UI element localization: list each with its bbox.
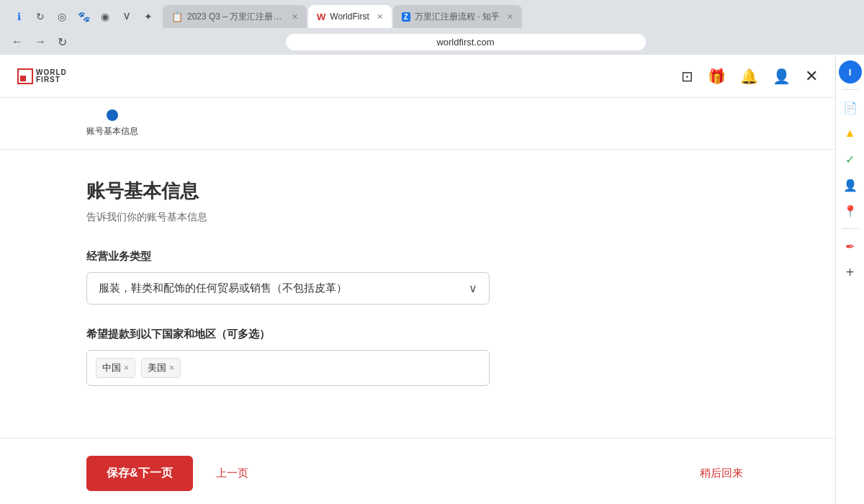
quick-icon-2[interactable]: ↻ <box>33 9 48 24</box>
address-bar: ← → ↻ <box>0 29 864 55</box>
reload-button[interactable]: ↻ <box>55 32 70 52</box>
wf-logo: WORLD FIRST <box>17 68 67 84</box>
user-icon[interactable]: 👤 <box>773 68 791 85</box>
address-input[interactable] <box>286 34 646 50</box>
sidebar-profile-icon[interactable]: I <box>839 60 862 84</box>
logo-line2: FIRST <box>36 76 67 84</box>
tab-doc-close[interactable]: ✕ <box>292 12 298 22</box>
browser-chrome: ℹ ↻ ◎ 🐾 ◉ V ✦ 📋 2023 Q3 – 万里汇注册流程.d... ✕… <box>0 0 864 55</box>
step-basic-info: 账号基本信息 <box>86 109 138 138</box>
stepper: 账号基本信息 <box>0 98 835 150</box>
logo-box-dot <box>20 76 26 81</box>
sidebar-tasks-icon[interactable]: ✓ <box>839 148 862 171</box>
wf-logo-text: WORLD FIRST <box>36 69 67 84</box>
tag-china: 中国 × <box>96 358 135 378</box>
sidebar-divider-2 <box>842 228 859 229</box>
countries-label: 希望提款到以下国家和地区（可多选） <box>86 328 749 341</box>
worldfirst-page: WORLD FIRST ⊡ 🎁 🔔 👤 ✕ 账号基本信息 账号基本信息 告诉我们… <box>0 55 835 504</box>
tag-china-text: 中国 <box>102 361 121 374</box>
bell-icon[interactable]: 🔔 <box>740 68 758 85</box>
tab-doc-label: 2023 Q3 – 万里汇注册流程.d... <box>187 11 284 23</box>
camera-icon[interactable]: ⊡ <box>681 68 693 85</box>
business-type-select[interactable]: 服装，鞋类和配饰的任何贸易或销售（不包括皮革） ∨ <box>86 272 490 305</box>
business-type-value: 服装，鞋类和配饰的任何贸易或销售（不包括皮革） <box>99 282 347 295</box>
quick-icon-5[interactable]: ◉ <box>98 9 112 24</box>
form-footer: 保存&下一页 上一页 稍后回来 <box>0 438 835 504</box>
browser-body: WORLD FIRST ⊡ 🎁 🔔 👤 ✕ 账号基本信息 账号基本信息 告诉我们… <box>0 55 864 504</box>
form-title: 账号基本信息 <box>86 179 749 204</box>
tab-zhihu-label: 万里汇注册流程 · 知乎 <box>415 11 500 23</box>
logo-box <box>17 68 33 84</box>
back-button[interactable]: ← <box>9 32 26 51</box>
step-label: 账号基本信息 <box>86 125 138 138</box>
chevron-down-icon: ∨ <box>469 282 477 295</box>
tab-worldfirst-label: WorldFirst <box>330 12 369 22</box>
quick-icon-6[interactable]: V <box>120 9 134 24</box>
sidebar-feather-icon[interactable]: ✒ <box>839 235 862 258</box>
close-button[interactable]: ✕ <box>805 67 818 86</box>
business-type-select-wrapper: 服装，鞋类和配饰的任何贸易或销售（不包括皮革） ∨ <box>86 272 749 305</box>
later-button[interactable]: 稍后回来 <box>694 456 749 490</box>
wf-header-icons: ⊡ 🎁 🔔 👤 ✕ <box>681 67 818 86</box>
sidebar-maps-icon[interactable]: 📍 <box>839 199 862 222</box>
sidebar-add-icon[interactable]: + <box>839 261 862 284</box>
tab-zhihu[interactable]: Z 万里汇注册流程 · 知乎 ✕ <box>393 5 522 28</box>
sidebar-docs-icon[interactable]: 📄 <box>839 96 862 119</box>
tag-usa-text: 美国 <box>148 361 166 374</box>
quick-icon-3[interactable]: ◎ <box>55 9 69 24</box>
sidebar-contacts-icon[interactable]: 👤 <box>839 174 862 197</box>
tag-china-close[interactable]: × <box>124 363 129 373</box>
sidebar-divider-1 <box>842 89 859 90</box>
quick-icon-4[interactable]: 🐾 <box>76 9 91 24</box>
save-next-button[interactable]: 保存&下一页 <box>86 456 193 491</box>
prev-button[interactable]: 上一页 <box>210 456 254 490</box>
form-area: 账号基本信息 告诉我们你的账号基本信息 经营业务类型 服装，鞋类和配饰的任何贸易… <box>0 150 835 438</box>
countries-multi-select[interactable]: 中国 × 美国 × <box>86 350 490 386</box>
quick-icon-1[interactable]: ℹ <box>12 9 26 24</box>
tag-usa: 美国 × <box>141 358 181 378</box>
quick-icon-7[interactable]: ✦ <box>141 9 156 24</box>
tab-zhihu-close[interactable]: ✕ <box>507 12 513 22</box>
form-subtitle: 告诉我们你的账号基本信息 <box>86 211 749 224</box>
right-sidebar: I 📄 ▲ ✓ 👤 📍 ✒ + <box>835 55 864 504</box>
countries-field: 希望提款到以下国家和地区（可多选） 中国 × 美国 × <box>86 328 749 386</box>
tab-doc[interactable]: 📋 2023 Q3 – 万里汇注册流程.d... ✕ <box>163 5 307 28</box>
forward-button[interactable]: → <box>32 32 49 51</box>
business-type-field: 经营业务类型 服装，鞋类和配饰的任何贸易或销售（不包括皮革） ∨ <box>86 250 749 305</box>
tag-usa-close[interactable]: × <box>169 363 174 373</box>
wf-header: WORLD FIRST ⊡ 🎁 🔔 👤 ✕ <box>0 55 835 98</box>
logo-line1: WORLD <box>36 69 67 76</box>
tab-worldfirst[interactable]: W WorldFirst ✕ <box>308 5 392 28</box>
sidebar-drive-icon[interactable]: ▲ <box>839 122 862 145</box>
gift-icon[interactable]: 🎁 <box>708 68 726 85</box>
browser-quick-icons: ℹ ↻ ◎ 🐾 ◉ V ✦ <box>6 9 161 24</box>
tab-worldfirst-close[interactable]: ✕ <box>377 12 383 22</box>
tab-bar: ℹ ↻ ◎ 🐾 ◉ V ✦ 📋 2023 Q3 – 万里汇注册流程.d... ✕… <box>0 0 864 29</box>
step-dot <box>107 109 118 121</box>
business-type-label: 经营业务类型 <box>86 250 749 264</box>
